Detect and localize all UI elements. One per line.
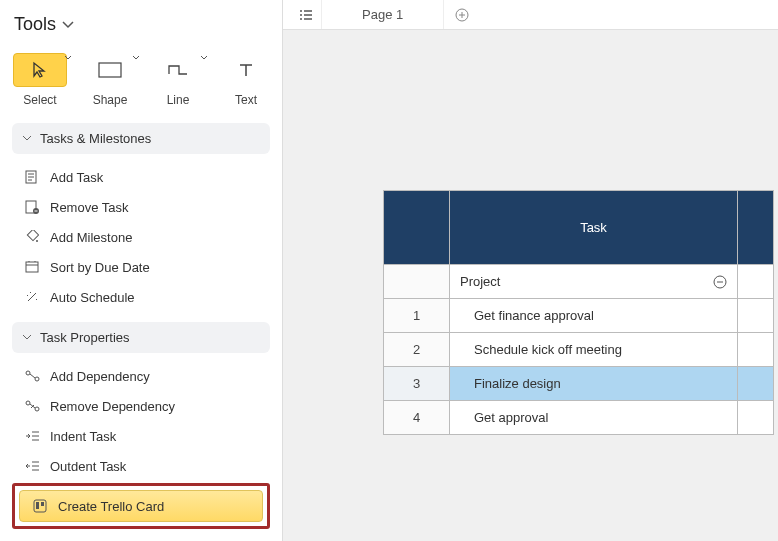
sort-due-item[interactable]: Sort by Due Date (12, 252, 270, 282)
sort-icon (24, 259, 40, 275)
row-num: 3 (413, 376, 420, 391)
remove-dependency-item[interactable]: Remove Dependency (12, 391, 270, 421)
text-tool[interactable]: Text (222, 53, 270, 107)
section-label: Tasks & Milestones (40, 131, 151, 146)
section-task-properties[interactable]: Task Properties (12, 322, 270, 353)
header-extra (738, 191, 774, 265)
select-tool[interactable]: Select (14, 53, 66, 107)
auto-schedule-item[interactable]: Auto Schedule (12, 282, 270, 312)
row-num: 1 (413, 308, 420, 323)
text-label: Text (235, 93, 257, 107)
collapse-icon[interactable] (713, 275, 727, 289)
menu-label: Add Task (50, 170, 103, 185)
header-num (384, 191, 450, 265)
row-task: Finalize design (474, 376, 561, 391)
rectangle-icon (86, 53, 134, 87)
sidebar: Tools Select Shape (0, 0, 283, 541)
line-icon (154, 53, 202, 87)
svg-point-7 (35, 377, 39, 381)
add-milestone-item[interactable]: Add Milestone (12, 222, 270, 252)
svg-point-8 (26, 401, 30, 405)
line-tool[interactable]: Line (154, 53, 202, 107)
add-task-item[interactable]: Add Task (12, 162, 270, 192)
canvas[interactable]: Task Project 1 Get fin (283, 30, 778, 541)
dependency-add-icon (24, 368, 40, 384)
svg-rect-11 (36, 502, 39, 509)
menu-tasks-milestones: Add Task Remove Task Add Milestone Sort … (12, 160, 270, 316)
line-label: Line (167, 93, 190, 107)
menu-label: Add Milestone (50, 230, 132, 245)
row-task: Get finance approval (474, 308, 594, 323)
tab-bar: Page 1 (283, 0, 778, 30)
add-task-icon (24, 169, 40, 185)
project-label: Project (460, 274, 500, 289)
main-area: Page 1 Task Project (283, 0, 778, 541)
table-row[interactable]: 4 Get approval (384, 401, 774, 435)
outdent-icon (24, 458, 40, 474)
tools-header[interactable]: Tools (12, 10, 270, 43)
text-icon (222, 53, 270, 87)
select-label: Select (23, 93, 56, 107)
indent-task-item[interactable]: Indent Task (12, 421, 270, 451)
milestone-icon (24, 229, 40, 245)
dropdown-icon[interactable] (132, 55, 140, 61)
project-table: Task Project 1 Get fin (383, 190, 774, 435)
outline-icon[interactable] (291, 8, 321, 22)
table-row[interactable]: 1 Get finance approval (384, 299, 774, 333)
svg-point-6 (26, 371, 30, 375)
row-num: 2 (413, 342, 420, 357)
svg-point-9 (35, 407, 39, 411)
svg-rect-10 (34, 500, 46, 512)
tab-page1[interactable]: Page 1 (321, 0, 444, 29)
header-task-label: Task (580, 220, 607, 235)
dependency-remove-icon (24, 398, 40, 414)
menu-label: Outdent Task (50, 459, 126, 474)
menu-label: Create Trello Card (58, 499, 164, 514)
chevron-down-icon (62, 21, 74, 29)
menu-label: Sort by Due Date (50, 260, 150, 275)
wand-icon (24, 289, 40, 305)
shape-tool[interactable]: Shape (86, 53, 134, 107)
svg-rect-4 (27, 230, 38, 241)
chevron-down-icon (22, 334, 32, 341)
tab-label: Page 1 (362, 7, 403, 22)
svg-rect-12 (41, 502, 44, 506)
table-row[interactable]: 2 Schedule kick off meeting (384, 333, 774, 367)
menu-task-properties: Add Dependency Remove Dependency Indent … (12, 359, 270, 535)
create-trello-card-item[interactable]: Create Trello Card (19, 490, 263, 522)
remove-task-item[interactable]: Remove Task (12, 192, 270, 222)
outdent-task-item[interactable]: Outdent Task (12, 451, 270, 481)
menu-label: Remove Dependency (50, 399, 175, 414)
add-dependency-item[interactable]: Add Dependency (12, 361, 270, 391)
trello-icon (32, 498, 48, 514)
menu-label: Auto Schedule (50, 290, 135, 305)
chevron-down-icon (22, 135, 32, 142)
menu-label: Indent Task (50, 429, 116, 444)
row-task: Get approval (474, 410, 548, 425)
table-row-selected[interactable]: 3 Finalize design (384, 367, 774, 401)
indent-icon (24, 428, 40, 444)
svg-rect-0 (99, 63, 121, 77)
menu-label: Remove Task (50, 200, 129, 215)
svg-rect-5 (26, 262, 38, 272)
row-task: Schedule kick off meeting (474, 342, 622, 357)
header-task: Task (450, 191, 738, 265)
shape-label: Shape (93, 93, 128, 107)
project-group-row[interactable]: Project (384, 265, 774, 299)
remove-task-icon (24, 199, 40, 215)
dropdown-icon[interactable] (200, 55, 208, 61)
add-tab-button[interactable] (444, 8, 480, 22)
toolbar: Select Shape Line Text (12, 49, 270, 117)
section-label: Task Properties (40, 330, 130, 345)
menu-label: Add Dependency (50, 369, 150, 384)
dropdown-icon[interactable] (64, 55, 72, 61)
highlight-create-trello: Create Trello Card (12, 483, 270, 529)
tools-title: Tools (14, 14, 56, 35)
row-num: 4 (413, 410, 420, 425)
section-tasks-milestones[interactable]: Tasks & Milestones (12, 123, 270, 154)
cursor-icon (13, 53, 67, 87)
